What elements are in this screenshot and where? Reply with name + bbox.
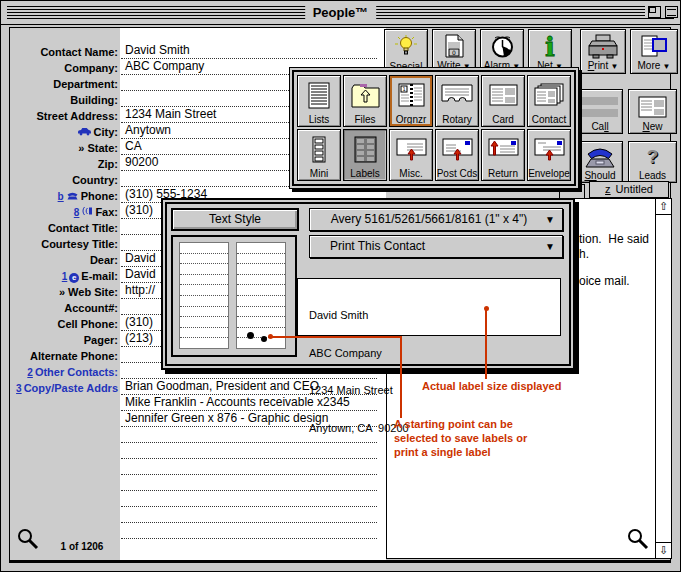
palette-button-rotary[interactable]: Rotary	[435, 75, 479, 127]
label-sheet-cell[interactable]	[237, 264, 285, 275]
label-print-dialog-inner: Text Style Avery 5161/5261/5661/8161 (1"…	[165, 202, 571, 366]
annotation-label-size: Actual label size displayed	[422, 379, 561, 393]
label-sheet-cell[interactable]	[180, 254, 228, 265]
field-label-text: Other Contacts:	[35, 366, 118, 379]
note-text-fragment: h.	[579, 247, 589, 261]
label-type-dropdown[interactable]: Avery 5161/5261/5661/8161 (1" x 4") ▼	[309, 208, 563, 231]
postcard-icon	[442, 130, 473, 168]
palette-button-envelope[interactable]: Envelope	[527, 129, 571, 181]
write-document-icon: 0	[444, 32, 465, 60]
palette-button-orgnzr[interactable]: 1Orgnzr	[389, 75, 433, 127]
field-label-text: Alternate Phone:	[30, 350, 118, 363]
files-folder-icon	[351, 76, 380, 114]
label-sheet-column[interactable]	[179, 242, 229, 349]
field-label	[10, 430, 121, 443]
field-label-text	[115, 414, 118, 427]
palette-button-labels[interactable]: Labels	[343, 129, 387, 181]
field-shortcut-number: 1	[62, 270, 68, 283]
palette-button-label: Post Cds	[437, 168, 478, 179]
palette-button-label: Rotary	[442, 114, 471, 125]
toolbar-button-more[interactable]: More ▼	[630, 29, 678, 74]
field-label: 8Fax:	[10, 206, 121, 219]
scroll-down-icon[interactable]: ⇩	[656, 542, 671, 558]
label-sheet-cell[interactable]	[237, 307, 285, 318]
notes-magnifier-icon[interactable]	[626, 528, 649, 555]
field-value-input[interactable]	[121, 508, 377, 523]
field-value-input[interactable]	[121, 492, 377, 507]
palette-button-lists[interactable]: Lists	[297, 75, 341, 127]
field-label: Street Address:	[10, 110, 121, 123]
field-row	[10, 475, 386, 491]
label-sheet-cell[interactable]	[237, 296, 285, 307]
notes-scrollbar[interactable]: ⇧ ⇩	[655, 199, 671, 558]
starting-point-dot[interactable]	[261, 336, 267, 342]
collapse-box-icon[interactable]	[665, 6, 678, 18]
field-label: City:	[10, 126, 121, 139]
label-sheet-cell[interactable]	[180, 328, 228, 339]
palette-button-contact[interactable]: Contact	[527, 75, 571, 127]
palette-button-files[interactable]: Files	[343, 75, 387, 127]
info-icon: i	[542, 32, 558, 60]
window-titlebar[interactable]: People™	[1, 1, 680, 25]
toolbar-button-label: Print ▼	[588, 60, 619, 72]
label-sheet-cell[interactable]	[180, 243, 228, 254]
card-icon	[489, 76, 518, 114]
toolbar-button-print[interactable]: Print ▼	[580, 29, 626, 74]
field-value-input[interactable]	[121, 524, 377, 539]
button-new[interactable]: New	[628, 89, 677, 134]
field-label-text: Contact Name:	[40, 46, 118, 59]
field-label: Department:	[10, 78, 121, 91]
field-label-text: » State:	[78, 142, 118, 155]
field-label: Country:	[10, 174, 121, 187]
button-call[interactable]: Call	[577, 89, 623, 134]
dropdown-arrow-icon: ▼	[545, 236, 555, 257]
label-sheet-cell[interactable]	[237, 254, 285, 265]
field-row	[10, 523, 386, 539]
label-sheet-cell[interactable]	[180, 275, 228, 286]
notes-tab-untitled[interactable]: zUntitled	[589, 181, 669, 198]
label-sheet-cell[interactable]	[180, 285, 228, 296]
zoom-box-icon[interactable]	[648, 6, 661, 18]
field-label-text: Courtesy Title:	[41, 238, 118, 251]
palette-button-label: Card	[492, 114, 514, 125]
view-palette-buttons: ListsFiles1OrgnzrRotaryCardContactMiniLa…	[292, 70, 576, 186]
label-sheet-cell[interactable]	[180, 317, 228, 328]
label-sheet-cell[interactable]	[237, 317, 285, 328]
people-window: People™ Contact Name:David SmithCompany:…	[0, 0, 681, 572]
button-should[interactable]: Should	[577, 141, 623, 183]
scroll-up-icon[interactable]: ⇧	[656, 199, 671, 215]
envelope-icon	[534, 130, 565, 168]
annotation-line	[485, 309, 487, 379]
palette-button-post-cds[interactable]: Post Cds	[435, 129, 479, 181]
speaker-icon	[81, 206, 93, 216]
button-leads[interactable]: ?Leads	[628, 141, 677, 183]
palette-button-mini[interactable]: Mini	[297, 129, 341, 181]
text-style-button[interactable]: Text Style	[171, 208, 299, 231]
print-scope-dropdown[interactable]: Print This Contact ▼	[309, 235, 563, 258]
label-sheet-preview[interactable]	[171, 235, 297, 357]
palette-button-card[interactable]: Card	[481, 75, 525, 127]
label-sheet-cell[interactable]	[237, 275, 285, 286]
field-label: Zip:	[10, 158, 121, 171]
palette-button-misc-[interactable]: Misc.	[389, 129, 433, 181]
contact-pages-icon	[534, 76, 564, 114]
field-value-input[interactable]	[121, 476, 377, 491]
label-preview: David Smith ABC Company 1234 Main Street…	[297, 278, 561, 336]
label-sheet-column[interactable]	[236, 242, 286, 349]
record-magnifier-icon[interactable]	[16, 528, 39, 555]
field-label: Cell Phone:	[10, 318, 121, 331]
field-value-input[interactable]	[121, 460, 377, 475]
field-label-text: Zip:	[98, 158, 118, 171]
field-label-text	[115, 446, 118, 459]
palette-button-return[interactable]: Return	[481, 129, 525, 181]
label-sheet-cell[interactable]	[180, 264, 228, 275]
label-sheet-cell[interactable]	[180, 307, 228, 318]
field-label	[10, 446, 121, 459]
palette-button-label: Lists	[309, 114, 330, 125]
label-sheet-cell[interactable]	[180, 296, 228, 307]
field-value-input[interactable]: David Smith	[121, 44, 377, 59]
label-sheet-cell[interactable]	[237, 243, 285, 254]
label-sheet-cell[interactable]	[180, 338, 228, 348]
field-label: 1eE-mail:	[10, 270, 121, 283]
label-sheet-cell[interactable]	[237, 285, 285, 296]
